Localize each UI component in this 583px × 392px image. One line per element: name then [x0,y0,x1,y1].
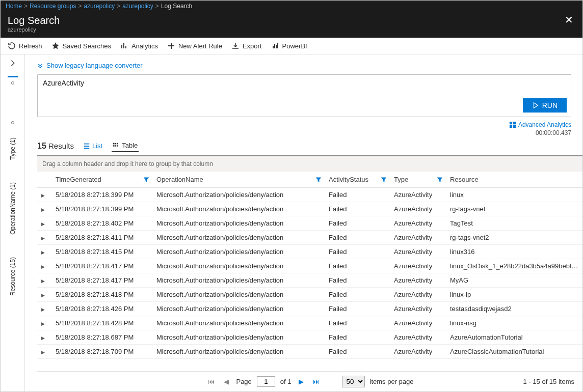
column-header[interactable]: ActivityStatus [325,172,390,188]
expand-rail-button[interactable] [7,58,18,69]
filter-icon[interactable] [437,177,443,183]
facet-tab-resource[interactable]: Resource (15) [8,248,17,305]
export-label: Export [243,42,262,50]
filter-icon[interactable] [381,177,387,183]
cell-type: AzureActivity [390,259,446,273]
view-list-label: List [92,142,102,150]
cell-type: AzureActivity [390,302,446,316]
query-editor[interactable]: AzureActivity RUN [37,74,571,117]
column-label: Type [394,176,408,183]
cell-type: AzureActivity [390,316,446,330]
breadcrumb-link[interactable]: Home [6,3,22,10]
pager-size-select[interactable]: 50 [342,376,365,387]
table-row[interactable]: 5/18/2018 8:27:18.687 PMMicrosoft.Author… [37,330,582,345]
expand-row-button[interactable] [41,205,45,213]
cell-res: testasdasdiqwejasd2 [446,302,582,316]
advanced-analytics-link[interactable]: Advanced Analytics [509,121,571,128]
breadcrumb-current: Log Search [161,3,192,10]
cell-op: Microsoft.Authorization/policies/deny/ac… [152,288,325,302]
filter-icon[interactable] [143,177,149,183]
powerbi-label: PowerBI [282,42,307,50]
legacy-converter-link[interactable]: Show legacy language converter [37,62,582,69]
pager-first-button[interactable]: ⏮ [206,377,217,386]
refresh-label: Refresh [19,42,42,50]
cell-status: Failed [325,231,390,245]
pager-perpage-label: items per page [370,378,414,385]
cell-type: AzureActivity [390,202,446,216]
cell-status: Failed [325,273,390,288]
pager-next-button[interactable]: ▶ [297,377,306,386]
expand-row-button[interactable] [41,262,45,270]
expand-row-button[interactable] [41,348,45,355]
facet-tab-operationname[interactable]: OperationName (1) [8,173,17,244]
cell-time: 5/18/2018 8:27:18.417 PM [51,259,152,273]
expand-row-button[interactable] [41,333,45,341]
table-row[interactable]: 5/18/2018 8:27:18.417 PMMicrosoft.Author… [37,273,582,288]
breadcrumb-link[interactable]: azurepolicy [122,3,153,10]
cell-op: Microsoft.Authorization/policies/deny/ac… [152,345,325,359]
cell-type: AzureActivity [390,231,446,245]
cell-time: 5/18/2018 8:27:18.399 PM [51,202,152,216]
powerbi-button[interactable]: PowerBI [271,42,307,50]
table-row[interactable]: 5/18/2018 8:27:18.709 PMMicrosoft.Author… [37,345,582,359]
cell-time: 5/18/2018 8:27:18.418 PM [51,288,152,302]
breadcrumb-link[interactable]: Resource groups [30,3,76,10]
analytics-button[interactable]: Analytics [120,42,158,50]
breadcrumb: Home>Resource groups>azurepolicy>azurepo… [1,1,582,12]
cell-type: AzureActivity [390,188,446,202]
table-row[interactable]: 5/18/2018 8:27:18.426 PMMicrosoft.Author… [37,302,582,316]
column-header[interactable]: Resource [446,172,582,188]
column-header[interactable]: Type [390,172,446,188]
breadcrumb-link[interactable]: azurepolicy [84,3,115,10]
column-header[interactable]: TimeGenerated [51,172,152,188]
pager-summary: 1 - 15 of 15 items [523,378,574,385]
table-row[interactable]: 5/18/2018 8:27:18.428 PMMicrosoft.Author… [37,316,582,330]
cell-res: AzureAutomationTutorial [446,330,582,345]
expand-row-button[interactable] [41,234,45,241]
saved-searches-button[interactable]: Saved Searches [51,42,111,50]
column-header[interactable]: OperationName [152,172,325,188]
table-row[interactable]: 5/18/2018 8:27:18.411 PMMicrosoft.Author… [37,231,582,245]
expand-row-button[interactable] [41,319,45,327]
pager-of-label: of 1 [280,378,292,385]
pager-page-input[interactable] [257,376,275,387]
page-title: Log Search [8,15,60,26]
table-icon [113,142,120,149]
table-row[interactable]: 5/18/2018 8:27:18.402 PMMicrosoft.Author… [37,216,582,231]
run-button[interactable]: RUN [523,98,567,113]
group-drop-hint[interactable]: Drag a column header and drop it here to… [37,156,582,172]
table-row[interactable]: 5/18/2018 8:27:18.418 PMMicrosoft.Author… [37,288,582,302]
facet-tab-type[interactable]: Type (1) [8,128,17,169]
query-text[interactable]: AzureActivity [38,75,571,91]
cell-time: 5/18/2018 8:27:18.426 PM [51,302,152,316]
export-button[interactable]: Export [231,42,262,50]
table-row[interactable]: 5/18/2018 8:27:18.415 PMMicrosoft.Author… [37,245,582,259]
pager-last-button[interactable]: ⏭ [311,377,322,386]
refresh-icon [8,42,16,50]
view-table-button[interactable]: Table [112,139,139,152]
cell-status: Failed [325,345,390,359]
new-alert-button[interactable]: New Alert Rule [167,42,222,50]
expand-row-button[interactable] [41,219,45,227]
expand-row-button[interactable] [41,248,45,256]
expand-row-button[interactable] [41,276,45,284]
cell-res: MyAG [446,273,582,288]
cell-op: Microsoft.Authorization/policies/deny/ac… [152,330,325,345]
table-row[interactable]: 5/18/2018 8:27:18.417 PMMicrosoft.Author… [37,259,582,273]
table-row[interactable]: 5/18/2018 8:27:18.399 PMMicrosoft.Author… [37,202,582,216]
expand-row-button[interactable] [41,291,45,298]
table-row[interactable]: 5/18/2018 8:27:18.399 PMMicrosoft.Author… [37,188,582,202]
pager: ⏮ ◀ Page of 1 ▶ ⏭ 50 items per page 1 - … [37,371,582,391]
close-icon[interactable]: ✕ [563,15,575,25]
filter-icon[interactable] [315,177,322,183]
column-label: TimeGenerated [56,176,101,183]
expand-row-button[interactable] [41,191,45,199]
cell-res: rg-tags-vnet [446,202,582,216]
cell-op: Microsoft.Authorization/policies/deny/ac… [152,302,325,316]
cell-op: Microsoft.Authorization/policies/deny/ac… [152,216,325,231]
pager-prev-button[interactable]: ◀ [222,377,231,386]
refresh-button[interactable]: Refresh [8,42,42,50]
expand-row-button[interactable] [41,305,45,313]
view-list-button[interactable]: List [82,140,103,152]
view-table-label: Table [122,142,138,149]
